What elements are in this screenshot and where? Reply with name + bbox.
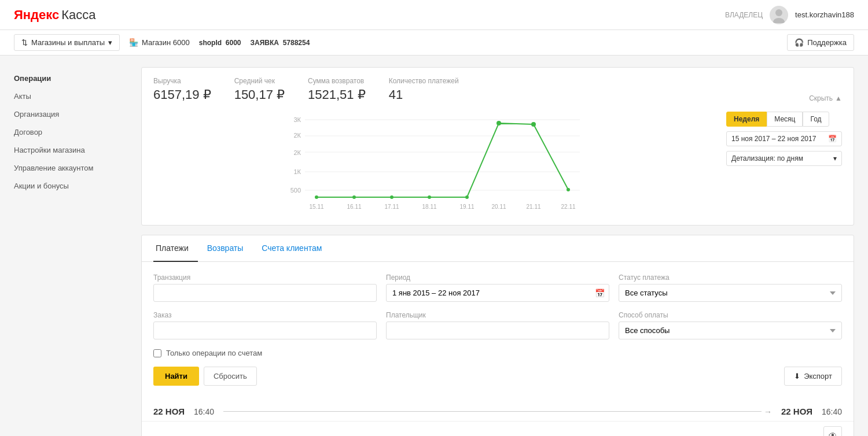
svg-point-13	[352, 195, 356, 199]
sidebar-item-organization[interactable]: Организация	[0, 105, 127, 123]
line	[223, 411, 762, 412]
hide-label: Скрыть	[809, 94, 833, 102]
detail-select[interactable]: Детализация: по дням ▾	[726, 151, 842, 166]
revenue-label: Выручка	[153, 77, 211, 85]
period-label: Период	[386, 274, 609, 282]
period-buttons: Неделя Месяц Год	[726, 112, 842, 127]
svg-text:22.11: 22.11	[561, 204, 575, 210]
svg-text:16.11: 16.11	[347, 204, 361, 210]
sidebar-item-contract[interactable]: Договор	[0, 123, 127, 141]
only-invoices-checkbox[interactable]	[153, 349, 161, 357]
stats-panel: Выручка 6157,19 ₽ Средний чек 150,17 ₽ С…	[141, 67, 854, 226]
transaction-group: Транзакция	[153, 274, 377, 302]
tab-payments[interactable]: Платежи	[153, 235, 198, 262]
time-right-label: 16:40	[822, 407, 842, 416]
tab-refunds[interactable]: Возвраты	[198, 235, 253, 262]
period-input[interactable]	[386, 284, 609, 302]
svg-text:20.11: 20.11	[491, 204, 506, 210]
sidebar: Операции Акты Организация Договор Настро…	[0, 56, 127, 436]
period-input-wrapper: 📅	[386, 284, 609, 302]
period-month-button[interactable]: Месяц	[767, 112, 803, 127]
request-label: ЗАЯВКА	[250, 39, 278, 47]
shop-id-meta: shopId 6000	[199, 39, 241, 47]
stats-row: Выручка 6157,19 ₽ Средний чек 150,17 ₽ С…	[153, 77, 842, 102]
calendar-icon: 📅	[828, 135, 837, 143]
payer-group: Плательщик	[386, 311, 609, 339]
chart-date-range[interactable]: 15 ноя 2017 – 22 ноя 2017 📅	[726, 131, 842, 146]
order-input[interactable]	[153, 322, 377, 339]
svg-point-0	[775, 9, 782, 16]
chevron-down-icon: ▾	[833, 154, 837, 162]
avg-check-label: Средний чек	[234, 77, 285, 85]
svg-point-17	[496, 121, 501, 125]
export-button[interactable]: ⬇ Экспорт	[784, 367, 842, 386]
btn-row: Найти Сбросить ⬇ Экспорт	[153, 367, 842, 386]
tx-actions: 👁 ↩	[823, 426, 842, 436]
arrow-icon: →	[764, 407, 772, 416]
sidebar-item-shop-settings[interactable]: Настройки магазина	[0, 141, 127, 159]
svg-text:2К: 2К	[293, 149, 301, 156]
view-button[interactable]: 👁	[823, 426, 842, 436]
find-button[interactable]: Найти	[153, 367, 199, 386]
calendar-icon: 📅	[595, 289, 605, 298]
username: test.korzhavin188	[795, 10, 854, 19]
svg-text:17.11: 17.11	[384, 204, 399, 210]
period-group: Период 📅	[386, 274, 609, 302]
payment-method-select[interactable]: Все способы Банковская карта Яндекс.День…	[619, 322, 842, 339]
transaction-date-header: 22 НОЯ 16:40 → 22 НОЯ 16:40	[142, 397, 854, 421]
chevron-up-icon: ▲	[835, 94, 842, 102]
svg-text:18.11: 18.11	[422, 204, 436, 210]
request-meta: ЗАЯВКА 5788254	[250, 39, 310, 47]
period-year-button[interactable]: Год	[803, 112, 829, 127]
stat-avg-check: Средний чек 150,17 ₽	[234, 77, 285, 102]
status-select[interactable]: Все статусы Успешный Отменён В процессе	[619, 284, 842, 302]
svg-point-18	[531, 122, 536, 127]
shops-dropdown[interactable]: ⇅ Магазины и выплаты ▾	[14, 34, 120, 51]
sidebar-item-promotions[interactable]: Акции и бонусы	[0, 177, 127, 195]
payment-method-label: Способ оплаты	[619, 311, 842, 319]
payments-count-label: Количество платежей	[389, 77, 459, 85]
revenue-value: 6157,19 ₽	[153, 87, 211, 102]
sidebar-item-acts[interactable]: Акты	[0, 87, 127, 105]
support-icon: 🎧	[795, 38, 804, 47]
svg-text:2К: 2К	[293, 132, 301, 139]
avg-check-value: 150,17 ₽	[234, 87, 285, 102]
svg-point-19	[567, 188, 570, 191]
checkbox-row: Только операции по счетам	[153, 349, 842, 357]
form-row-1: Транзакция Период 📅 Статус платежа В	[153, 274, 842, 302]
svg-text:15.11: 15.11	[309, 204, 323, 210]
sidebar-item-operations[interactable]: Операции	[0, 69, 127, 87]
chart-container: 3К 2К 2К 1К 500	[153, 112, 842, 216]
tab-client-invoices[interactable]: Счета клиентам	[252, 235, 331, 262]
chart-controls: Неделя Месяц Год 15 ноя 2017 – 22 ноя 20…	[726, 112, 842, 216]
navbar: ⇅ Магазины и выплаты ▾ 🏪 Магазин 6000 sh…	[0, 30, 868, 56]
status-group: Статус платежа Все статусы Успешный Отме…	[619, 274, 842, 302]
order-label: Заказ	[153, 311, 377, 319]
time-left-label: 16:40	[194, 407, 214, 416]
chevron-down-icon: ▾	[108, 38, 112, 47]
payment-method-group: Способ оплаты Все способы Банковская кар…	[619, 311, 842, 339]
reset-button[interactable]: Сбросить	[204, 367, 257, 386]
svg-point-12	[315, 195, 318, 199]
tabs-panel: Платежи Возвраты Счета клиентам Транзакц…	[141, 235, 854, 436]
payer-input[interactable]	[386, 322, 609, 339]
shops-dropdown-label: Магазины и выплаты	[31, 38, 105, 47]
download-icon: ⬇	[794, 372, 800, 380]
eye-icon: 👁	[829, 431, 837, 436]
chart-area: 3К 2К 2К 1К 500	[153, 112, 717, 216]
refunds-sum-value: 1521,51 ₽	[308, 87, 366, 102]
detail-label: Детализация: по дням	[731, 154, 803, 162]
header: Яндекс Касса ВЛАДЕЛЕЦ test.korzhavin188	[0, 0, 868, 30]
sidebar-item-account-management[interactable]: Управление аккаунтом	[0, 159, 127, 177]
transaction-input[interactable]	[153, 284, 377, 302]
hide-button[interactable]: Скрыть ▲	[809, 94, 842, 102]
header-right: ВЛАДЕЛЕЦ test.korzhavin188	[725, 6, 854, 24]
shop-id-value: 6000	[226, 39, 241, 47]
transactions-area: 22 НОЯ 16:40 → 22 НОЯ 16:40 Транзакция 2…	[142, 397, 854, 436]
shop-id-label: shopId	[199, 39, 222, 47]
period-week-button[interactable]: Неделя	[726, 112, 767, 127]
sort-icon: ⇅	[21, 38, 28, 47]
svg-text:3К: 3К	[293, 116, 301, 123]
search-form: Транзакция Период 📅 Статус платежа В	[142, 262, 854, 397]
support-button[interactable]: 🎧 Поддержка	[787, 34, 854, 51]
